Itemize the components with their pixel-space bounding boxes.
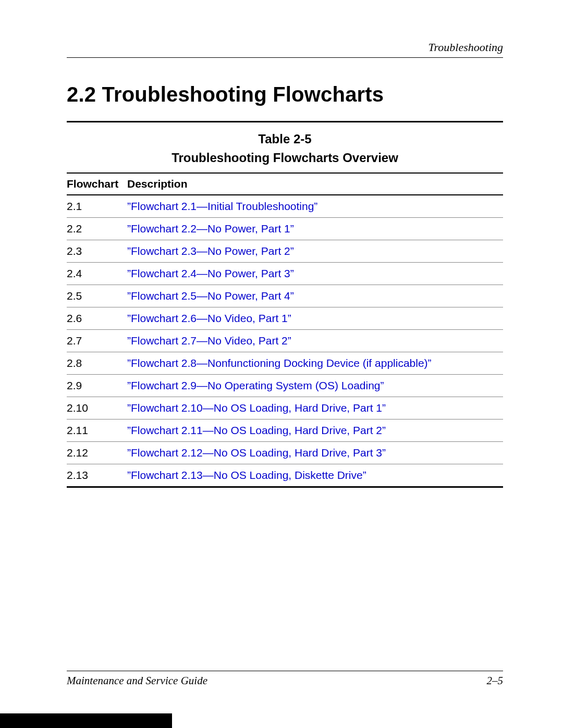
running-head: Troubleshooting (67, 41, 503, 58)
cell-description: ”Flowchart 2.6—No Video, Part 1” (127, 307, 503, 330)
cell-flowchart-num: 2.7 (67, 330, 127, 352)
cell-description: ”Flowchart 2.11—No OS Loading, Hard Driv… (127, 419, 503, 442)
page: Troubleshooting 2.2 Troubleshooting Flow… (0, 0, 563, 728)
table-row: 2.1 ”Flowchart 2.1—Initial Troubleshooti… (67, 195, 503, 218)
cell-flowchart-num: 2.11 (67, 419, 127, 442)
table-row: 2.6 ”Flowchart 2.6—No Video, Part 1” (67, 307, 503, 330)
table-row: 2.7 ”Flowchart 2.7—No Video, Part 2” (67, 330, 503, 352)
flowchart-link[interactable]: ”Flowchart 2.8—Nonfunctioning Docking De… (127, 357, 432, 369)
flowchart-link[interactable]: ”Flowchart 2.11—No OS Loading, Hard Driv… (127, 424, 386, 436)
cell-flowchart-num: 2.9 (67, 375, 127, 397)
cell-flowchart-num: 2.2 (67, 218, 127, 240)
table-row: 2.4 ”Flowchart 2.4—No Power, Part 3” (67, 263, 503, 285)
table-label: Table 2-5 (67, 130, 503, 149)
cell-flowchart-num: 2.10 (67, 397, 127, 419)
table-title: Troubleshooting Flowcharts Overview (67, 149, 503, 167)
table-row: 2.3 ”Flowchart 2.3—No Power, Part 2” (67, 240, 503, 263)
redaction-block (0, 713, 172, 728)
section-title-text: Troubleshooting Flowcharts (102, 83, 384, 106)
cell-description: ”Flowchart 2.12—No OS Loading, Hard Driv… (127, 442, 503, 464)
cell-description: ”Flowchart 2.4—No Power, Part 3” (127, 263, 503, 285)
cell-flowchart-num: 2.4 (67, 263, 127, 285)
cell-description: ”Flowchart 2.13—No OS Loading, Diskette … (127, 464, 503, 487)
cell-flowchart-num: 2.8 (67, 352, 127, 375)
cell-flowchart-num: 2.6 (67, 307, 127, 330)
cell-flowchart-num: 2.1 (67, 195, 127, 218)
cell-description: ”Flowchart 2.9—No Operating System (OS) … (127, 375, 503, 397)
cell-description: ”Flowchart 2.8—Nonfunctioning Docking De… (127, 352, 503, 375)
footer-left: Maintenance and Service Guide (67, 674, 207, 687)
flowchart-link[interactable]: ”Flowchart 2.7—No Video, Part 2” (127, 335, 291, 347)
table-row: 2.5 ”Flowchart 2.5—No Power, Part 4” (67, 285, 503, 307)
flowchart-link[interactable]: ”Flowchart 2.2—No Power, Part 1” (127, 223, 294, 235)
table-caption: Table 2-5 Troubleshooting Flowcharts Ove… (67, 130, 503, 167)
cell-flowchart-num: 2.5 (67, 285, 127, 307)
cell-description: ”Flowchart 2.5—No Power, Part 4” (127, 285, 503, 307)
flowchart-link[interactable]: ”Flowchart 2.3—No Power, Part 2” (127, 245, 294, 257)
flowchart-link[interactable]: ”Flowchart 2.10—No OS Loading, Hard Driv… (127, 402, 386, 414)
table-row: 2.11 ”Flowchart 2.11—No OS Loading, Hard… (67, 419, 503, 442)
rule-above-caption (67, 121, 503, 122)
flowchart-link[interactable]: ”Flowchart 2.6—No Video, Part 1” (127, 312, 291, 324)
cell-flowchart-num: 2.12 (67, 442, 127, 464)
flowchart-link[interactable]: ”Flowchart 2.13—No OS Loading, Diskette … (127, 469, 366, 481)
table-row: 2.9 ”Flowchart 2.9—No Operating System (… (67, 375, 503, 397)
footer-right: 2–5 (487, 674, 504, 687)
section-number: 2.2 (67, 83, 96, 106)
flowchart-link[interactable]: ”Flowchart 2.5—No Power, Part 4” (127, 290, 294, 302)
page-footer: Maintenance and Service Guide 2–5 (67, 671, 503, 687)
table-row: 2.8 ”Flowchart 2.8—Nonfunctioning Dockin… (67, 352, 503, 375)
flowchart-link[interactable]: ”Flowchart 2.1—Initial Troubleshooting” (127, 200, 317, 212)
flowchart-link[interactable]: ”Flowchart 2.9—No Operating System (OS) … (127, 379, 384, 391)
cell-description: ”Flowchart 2.2—No Power, Part 1” (127, 218, 503, 240)
col-description: Description (127, 173, 503, 195)
section-heading: 2.2 Troubleshooting Flowcharts (67, 83, 503, 106)
table-header-row: Flowchart Description (67, 173, 503, 195)
table-row: 2.10 ”Flowchart 2.10—No OS Loading, Hard… (67, 397, 503, 419)
flowchart-link[interactable]: ”Flowchart 2.12—No OS Loading, Hard Driv… (127, 447, 386, 459)
table-row: 2.12 ”Flowchart 2.12—No OS Loading, Hard… (67, 442, 503, 464)
cell-flowchart-num: 2.13 (67, 464, 127, 487)
cell-description: ”Flowchart 2.10—No OS Loading, Hard Driv… (127, 397, 503, 419)
table-row: 2.2 ”Flowchart 2.2—No Power, Part 1” (67, 218, 503, 240)
cell-description: ”Flowchart 2.7—No Video, Part 2” (127, 330, 503, 352)
cell-description: ”Flowchart 2.1—Initial Troubleshooting” (127, 195, 503, 218)
flowcharts-overview-table: Flowchart Description 2.1 ”Flowchart 2.1… (67, 172, 503, 488)
cell-flowchart-num: 2.3 (67, 240, 127, 263)
col-flowchart: Flowchart (67, 173, 127, 195)
flowchart-link[interactable]: ”Flowchart 2.4—No Power, Part 3” (127, 267, 294, 279)
cell-description: ”Flowchart 2.3—No Power, Part 2” (127, 240, 503, 263)
table-row: 2.13 ”Flowchart 2.13—No OS Loading, Disk… (67, 464, 503, 487)
